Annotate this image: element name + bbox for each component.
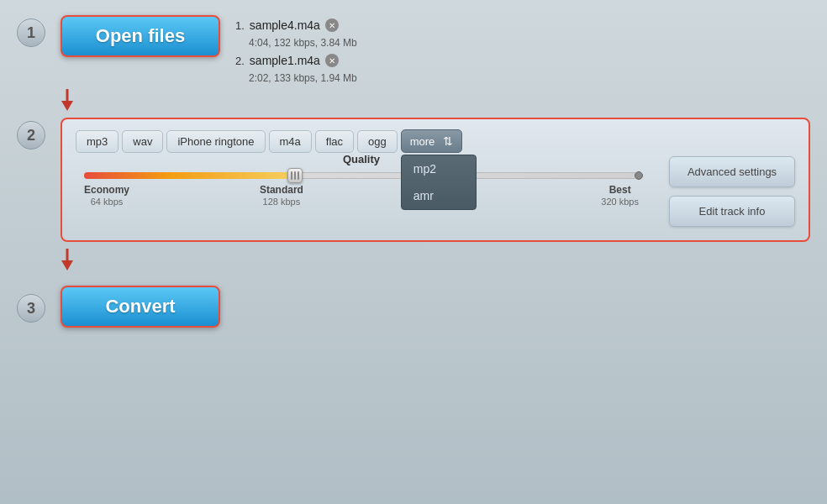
file-meta-2: 2:02, 133 kbps, 1.94 Mb — [249, 72, 357, 84]
edit-track-info-button[interactable]: Edit track info — [669, 196, 795, 227]
quality-marker-standard: Standard 128 kbps — [260, 184, 303, 207]
svg-marker-4 — [61, 260, 73, 270]
best-label: Best — [601, 184, 639, 196]
quality-label: Quality — [76, 153, 647, 165]
quality-markers: Economy 64 kbps Standard 128 kbps Good 1… — [84, 184, 639, 207]
svg-marker-2 — [61, 101, 73, 111]
thumb-line-3 — [298, 171, 299, 180]
file-list: 1. sample4.m4a ✕ 4:04, 132 kbps, 3.84 Mb… — [235, 15, 357, 84]
step2-container: 2 mp3 wav iPhone ringtone m4a flac ogg m… — [17, 118, 810, 242]
file-number-2: 2. — [235, 55, 245, 67]
standard-kbps: 128 kbps — [263, 197, 301, 207]
file-close-2[interactable]: ✕ — [325, 54, 339, 67]
arrow-2 — [59, 249, 810, 274]
arrow-1 — [59, 89, 810, 114]
dropdown-item-amr[interactable]: amr — [402, 182, 476, 209]
slider-thumb-lines — [291, 171, 299, 180]
file-close-1[interactable]: ✕ — [325, 18, 339, 32]
thumb-line-2 — [294, 171, 296, 180]
open-files-button[interactable]: Open files — [61, 15, 220, 57]
tab-m4a[interactable]: m4a — [269, 130, 312, 153]
tab-flac[interactable]: flac — [315, 130, 354, 153]
economy-label: Economy — [84, 184, 129, 196]
format-tabs-row: mp3 wav iPhone ringtone m4a flac ogg mor… — [76, 129, 795, 153]
convert-button[interactable]: Convert — [61, 286, 220, 328]
slider-fill — [84, 172, 295, 179]
quality-marker-economy: Economy 64 kbps — [84, 184, 129, 207]
step2-number: 2 — [17, 121, 45, 150]
file-meta-1: 4:04, 132 kbps, 3.84 Mb — [249, 37, 357, 49]
file-name-2: sample1.m4a — [250, 54, 320, 67]
right-buttons: Advanced settings Edit track info — [669, 153, 795, 227]
dropdown-item-mp2[interactable]: mp2 — [402, 155, 476, 182]
main-container: 1 Open files 1. sample4.m4a ✕ 4:04, 132 … — [0, 0, 827, 504]
tab-ogg[interactable]: ogg — [357, 130, 398, 153]
chevron-updown-icon: ⇅ — [443, 134, 453, 148]
slider-thumb[interactable] — [287, 168, 303, 183]
file-number-1: 1. — [235, 19, 245, 32]
best-kbps: 320 kbps — [601, 197, 639, 207]
file-item-2: 2. sample1.m4a ✕ — [235, 54, 357, 67]
more-label: more — [410, 135, 435, 148]
advanced-settings-button[interactable]: Advanced settings — [669, 156, 795, 187]
quality-slider-area: Quality — [76, 153, 647, 207]
step1-row: 1 Open files 1. sample4.m4a ✕ 4:04, 132 … — [17, 15, 810, 84]
thumb-line-1 — [291, 171, 292, 180]
more-wrapper: more⇅ mp2 amr — [401, 129, 463, 153]
tab-wav[interactable]: wav — [122, 130, 163, 153]
slider-track[interactable] — [84, 172, 639, 179]
step3-row: 3 Convert — [17, 286, 810, 328]
standard-label: Standard — [260, 184, 303, 196]
quality-marker-best: Best 320 kbps — [601, 184, 639, 207]
tab-iphone-ringtone[interactable]: iPhone ringtone — [166, 130, 265, 153]
tab-mp3[interactable]: mp3 — [76, 130, 119, 153]
more-dropdown-menu: mp2 amr — [401, 155, 477, 210]
step1-number: 1 — [17, 18, 45, 47]
file-item-1: 1. sample4.m4a ✕ — [235, 18, 357, 32]
slider-end-dot — [635, 171, 643, 180]
step3-number: 3 — [17, 294, 45, 323]
economy-kbps: 64 kbps — [91, 197, 124, 207]
more-dropdown-button[interactable]: more⇅ — [401, 129, 463, 153]
file-name-1: sample4.m4a — [250, 18, 320, 32]
format-panel: mp3 wav iPhone ringtone m4a flac ogg mor… — [61, 118, 810, 242]
slider-container: Economy 64 kbps Standard 128 kbps Good 1… — [76, 172, 647, 207]
